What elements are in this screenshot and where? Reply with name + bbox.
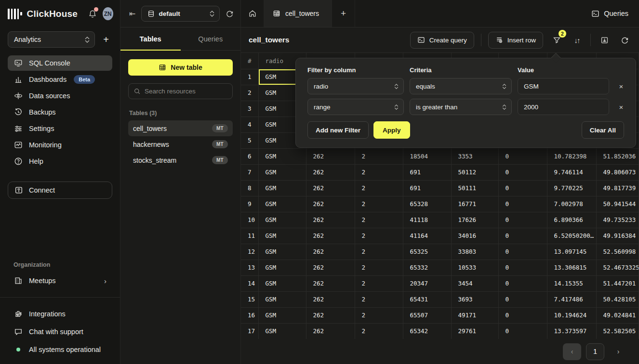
filter-criteria-select[interactable]: equals (410, 78, 512, 94)
page-number[interactable]: 1 (586, 343, 604, 360)
refresh-tables-icon[interactable] (226, 10, 234, 18)
sidebar-item-help[interactable]: Help (8, 154, 112, 169)
table-list-item-stocks-stream[interactable]: stocks_stream MT (128, 152, 233, 168)
sort-button[interactable]: ↓↑ (570, 33, 584, 47)
table-cell[interactable]: 52.560998 (596, 244, 639, 260)
table-cell[interactable]: 0 (498, 228, 547, 244)
table-cell[interactable]: GSM (258, 212, 306, 228)
next-page-button[interactable]: › (609, 343, 627, 360)
table-cell[interactable]: 49.806073 (596, 164, 639, 180)
table-cell[interactable]: 49171 (451, 307, 498, 323)
table-cell[interactable]: 262 (306, 228, 355, 244)
table-cell[interactable]: 17626 (451, 212, 498, 228)
table-cell[interactable]: 262 (306, 260, 355, 275)
table-cell[interactable]: 41164 (403, 228, 451, 244)
sidebar-item-dashboards[interactable]: Dashboards Beta (8, 72, 112, 87)
table-cell[interactable]: 14.15355 (547, 275, 596, 291)
table-cell[interactable]: 262 (306, 212, 355, 228)
table-cell[interactable]: 10.782398 (547, 148, 596, 164)
table-cell[interactable]: GSM (258, 148, 306, 164)
table-cell[interactable]: GSM (258, 275, 306, 291)
sidebar-item-settings[interactable]: Settings (8, 121, 112, 136)
add-service-button[interactable]: + (100, 33, 112, 46)
table-cell[interactable]: 50112 (451, 164, 498, 180)
create-query-button[interactable]: Create query (410, 32, 474, 49)
system-status[interactable]: All systems operational (8, 343, 112, 356)
table-cell[interactable]: 6.890366 (547, 212, 596, 228)
sidebar-item-data-sources[interactable]: Data sources (8, 88, 112, 104)
table-cell[interactable]: GSM (258, 291, 306, 307)
table-cell[interactable]: GSM (258, 196, 306, 212)
table-cell[interactable]: 2 (355, 275, 403, 291)
notifications-bell-icon[interactable] (87, 8, 98, 20)
table-cell[interactable]: 65325 (403, 244, 451, 260)
refresh-button[interactable] (618, 33, 631, 47)
table-cell[interactable]: 13.097145 (547, 244, 596, 260)
row-number[interactable]: 12 (241, 244, 258, 260)
row-number[interactable]: 7 (241, 164, 258, 180)
table-cell[interactable]: 262 (306, 164, 355, 180)
table-cell[interactable]: 262 (306, 244, 355, 260)
table-cell[interactable]: 2 (355, 212, 403, 228)
row-number[interactable]: 13 (241, 260, 258, 275)
row-number[interactable]: 14 (241, 275, 258, 291)
row-number[interactable]: 11 (241, 228, 258, 244)
sidebar-item-backups[interactable]: Backups (8, 104, 112, 120)
table-cell[interactable]: 0 (498, 164, 547, 180)
table-cell[interactable]: 10533 (451, 260, 498, 275)
table-cell[interactable]: 33803 (451, 244, 498, 260)
table-cell[interactable]: 2 (355, 148, 403, 164)
filter-criteria-select[interactable]: is greater than (410, 99, 512, 115)
table-cell[interactable]: GSM (258, 180, 306, 196)
table-cell[interactable]: 0 (498, 148, 547, 164)
row-number[interactable]: 16 (241, 307, 258, 323)
table-cell[interactable]: 65342 (403, 323, 451, 339)
row-number[interactable]: 1 (241, 69, 258, 85)
table-cell[interactable]: 13.306815 (547, 260, 596, 275)
table-cell[interactable]: 34016 (451, 228, 498, 244)
row-number[interactable]: 9 (241, 196, 258, 212)
table-cell[interactable]: 49.735233 (596, 212, 639, 228)
table-cell[interactable]: 262 (306, 307, 355, 323)
row-number[interactable]: 8 (241, 180, 258, 196)
table-cell[interactable]: 65328 (403, 196, 451, 212)
table-cell[interactable]: 0 (498, 260, 547, 275)
table-cell[interactable]: 0 (498, 244, 547, 260)
table-cell[interactable]: GSM (258, 323, 306, 339)
filter-value-input[interactable] (518, 99, 609, 115)
sidebar-item-monitoring[interactable]: Monitoring (8, 137, 112, 153)
sidebar-item-meetups[interactable]: Meetups › (8, 273, 112, 288)
insert-row-button[interactable]: Insert row (488, 32, 543, 49)
table-cell[interactable]: 3353 (451, 148, 498, 164)
filter-button[interactable]: 2 (550, 33, 563, 47)
table-cell[interactable]: 9.746114 (547, 164, 596, 180)
table-cell[interactable]: 0 (498, 196, 547, 212)
table-cell[interactable]: 49.916384 (596, 228, 639, 244)
table-cell[interactable]: 262 (306, 291, 355, 307)
table-cell[interactable]: 50.941544 (596, 196, 639, 212)
add-filter-button[interactable]: Add new Filter (307, 121, 369, 139)
table-cell[interactable]: 9.770225 (547, 180, 596, 196)
table-cell[interactable]: 262 (306, 148, 355, 164)
table-cell[interactable]: GSM (258, 307, 306, 323)
new-table-button[interactable]: New table (128, 59, 233, 76)
table-cell[interactable]: GSM (258, 228, 306, 244)
queries-button[interactable]: Queries (581, 0, 639, 27)
table-cell[interactable]: 51.447201 (596, 275, 639, 291)
table-cell[interactable]: 7.417486 (547, 291, 596, 307)
table-cell[interactable]: 2 (355, 244, 403, 260)
table-cell[interactable]: 262 (306, 180, 355, 196)
table-cell[interactable]: 2 (355, 228, 403, 244)
filter-column-select[interactable]: range (307, 99, 404, 115)
table-cell[interactable]: 0 (498, 275, 547, 291)
row-number[interactable]: 6 (241, 148, 258, 164)
table-cell[interactable]: GSM (258, 164, 306, 180)
table-cell[interactable]: 0 (498, 291, 547, 307)
avatar[interactable]: ZN (103, 7, 113, 20)
sidebar-item-integrations[interactable]: Integrations (8, 307, 112, 321)
table-cell[interactable]: 2 (355, 180, 403, 196)
prev-page-button[interactable]: ‹ (563, 343, 581, 360)
apply-filter-button[interactable]: Apply (373, 121, 410, 139)
table-cell[interactable]: 2 (355, 164, 403, 180)
table-cell[interactable]: GSM (258, 260, 306, 275)
